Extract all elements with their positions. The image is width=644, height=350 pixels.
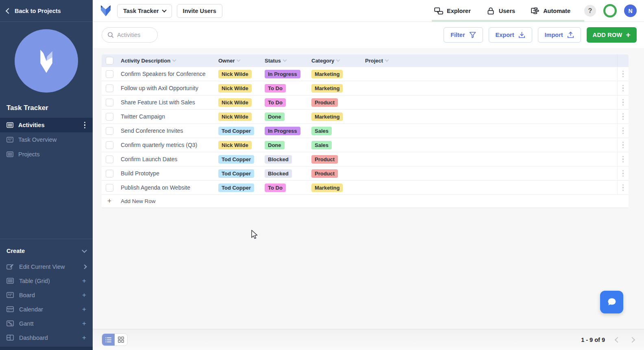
add-row-button[interactable]: ADD ROW +: [587, 27, 637, 43]
back-to-projects-link[interactable]: Back to Projects: [0, 0, 93, 22]
previous-page-button[interactable]: [615, 337, 620, 342]
plus-icon[interactable]: +: [82, 320, 86, 327]
table-row[interactable]: Build PrototypeTod CopperBlockedProduct: [102, 166, 629, 180]
create-item-table-grid-[interactable]: Table (Grid)+: [0, 274, 93, 288]
list-view-toggle[interactable]: [102, 334, 115, 346]
row-checkbox[interactable]: [106, 70, 113, 78]
owner-cell: Tod Copper: [218, 169, 265, 178]
topnav-automate[interactable]: Automate: [531, 7, 570, 15]
kebab-menu-icon: [622, 127, 624, 134]
status-ring-indicator[interactable]: [603, 4, 617, 17]
search-box[interactable]: [102, 27, 158, 43]
kebab-menu-icon[interactable]: [83, 121, 87, 130]
create-section-header[interactable]: Create: [0, 242, 93, 259]
kebab-menu-icon: [622, 156, 624, 163]
table-row[interactable]: Follow up with Axil OpportunityNick Wild…: [102, 81, 629, 95]
chat-widget-button[interactable]: [600, 291, 623, 313]
row-menu-button[interactable]: [617, 138, 629, 152]
row-checkbox[interactable]: [106, 184, 113, 192]
table-row[interactable]: Publish Agenda on WebsiteTod CopperTo Do…: [102, 180, 629, 194]
status-badge: Blocked: [265, 169, 292, 178]
sidebar-nav: ActivitiesTask OverviewProjects: [0, 118, 93, 162]
row-checkbox[interactable]: [106, 127, 113, 135]
table-row[interactable]: Share Feature List with SalesNick WildeT…: [102, 95, 629, 109]
column-header-status[interactable]: Status: [265, 58, 311, 64]
table-row[interactable]: Confirm Launch DatesTod CopperBlockedPro…: [102, 152, 629, 166]
create-item-dashboard[interactable]: Dashboard+: [0, 331, 93, 345]
create-item-label: Dashboard: [19, 335, 48, 341]
table-row[interactable]: Confirm quarterly metrics (Q3)Nick Wilde…: [102, 138, 629, 152]
row-menu-button[interactable]: [617, 166, 629, 180]
chevron-down-icon: [82, 248, 87, 253]
avatar[interactable]: N: [624, 4, 637, 17]
import-button[interactable]: Import: [538, 27, 581, 43]
sidebar-item-activities[interactable]: Activities: [0, 118, 93, 132]
activity-description-cell: Confirm Speakers for Conference: [117, 71, 218, 77]
sidebar-item-task-overview[interactable]: Task Overview: [0, 132, 93, 147]
row-checkbox-cell: [102, 156, 117, 163]
table-row[interactable]: Twitter CampaignNick WildeDoneMarketing: [102, 109, 629, 123]
column-header-project[interactable]: Project: [365, 58, 617, 64]
row-checkbox-cell: [102, 127, 117, 135]
workspace-dropdown-button[interactable]: Task Tracker: [117, 4, 172, 18]
filter-label: Filter: [450, 32, 465, 38]
filter-button[interactable]: Filter: [444, 27, 483, 43]
plus-icon[interactable]: +: [82, 334, 86, 341]
category-badge: Marketing: [311, 112, 343, 121]
row-checkbox[interactable]: [106, 156, 113, 163]
category-cell: Sales: [311, 141, 365, 149]
topbar-nav: ExplorerUsersAutomate: [434, 0, 570, 22]
topnav-label: Users: [499, 8, 515, 14]
plus-icon[interactable]: +: [82, 292, 86, 298]
column-header-label: Owner: [218, 58, 235, 64]
back-to-projects-label: Back to Projects: [15, 8, 61, 14]
topnav-users[interactable]: Users: [486, 7, 515, 15]
plus-icon[interactable]: +: [82, 306, 86, 313]
column-header-activity-description[interactable]: Activity Description: [117, 58, 218, 64]
kebab-menu-icon: [622, 170, 624, 177]
help-button[interactable]: ?: [584, 5, 596, 17]
sidebar-item-label: Task Overview: [18, 136, 57, 143]
invite-users-button[interactable]: Invite Users: [177, 4, 222, 18]
create-item-gantt[interactable]: Gantt+: [0, 316, 93, 331]
board-icon: [7, 292, 14, 298]
create-item-board[interactable]: Board+: [0, 288, 93, 302]
help-label: ?: [588, 7, 592, 15]
grid-view-toggle[interactable]: [115, 334, 127, 346]
add-row-label: ADD ROW: [593, 32, 622, 38]
plus-icon[interactable]: +: [82, 277, 86, 284]
category-badge: Marketing: [311, 84, 343, 93]
table-row[interactable]: Send Conference InvitesTod CopperIn Prog…: [102, 123, 629, 138]
row-menu-button[interactable]: [617, 110, 629, 123]
category-cell: Marketing: [311, 84, 365, 93]
activity-description-cell: Share Feature List with Sales: [117, 99, 218, 106]
column-header-category[interactable]: Category: [311, 58, 365, 64]
row-menu-button[interactable]: [617, 152, 629, 166]
column-header-owner[interactable]: Owner: [218, 58, 265, 64]
row-checkbox[interactable]: [106, 113, 113, 121]
create-item-calendar[interactable]: Calendar+: [0, 302, 93, 316]
create-item-label: Calendar: [19, 306, 43, 313]
app-logo-icon[interactable]: [99, 4, 112, 18]
row-menu-button[interactable]: [617, 81, 629, 95]
status-cell: Blocked: [265, 169, 311, 178]
row-checkbox[interactable]: [106, 170, 113, 177]
row-menu-button[interactable]: [617, 95, 629, 109]
row-checkbox[interactable]: [106, 99, 113, 106]
owner-cell: Tod Copper: [218, 127, 265, 135]
row-menu-button[interactable]: [617, 124, 629, 138]
sidebar-item-projects[interactable]: Projects: [0, 147, 93, 162]
next-page-button[interactable]: [629, 337, 635, 342]
row-menu-button[interactable]: [617, 181, 629, 194]
select-all-checkbox[interactable]: [106, 57, 113, 65]
row-menu-button[interactable]: [617, 67, 629, 81]
row-checkbox[interactable]: [106, 141, 113, 149]
table-row[interactable]: Confirm Speakers for ConferenceNick Wild…: [102, 67, 629, 81]
create-item-edit-current-view[interactable]: Edit Current View: [0, 259, 93, 274]
sort-chevron-icon: [172, 58, 176, 62]
search-input[interactable]: [117, 32, 152, 38]
export-button[interactable]: Export: [489, 27, 532, 43]
add-new-row-button[interactable]: + Add New Row: [102, 194, 629, 208]
row-checkbox[interactable]: [106, 84, 113, 92]
topnav-explorer[interactable]: Explorer: [434, 7, 471, 15]
